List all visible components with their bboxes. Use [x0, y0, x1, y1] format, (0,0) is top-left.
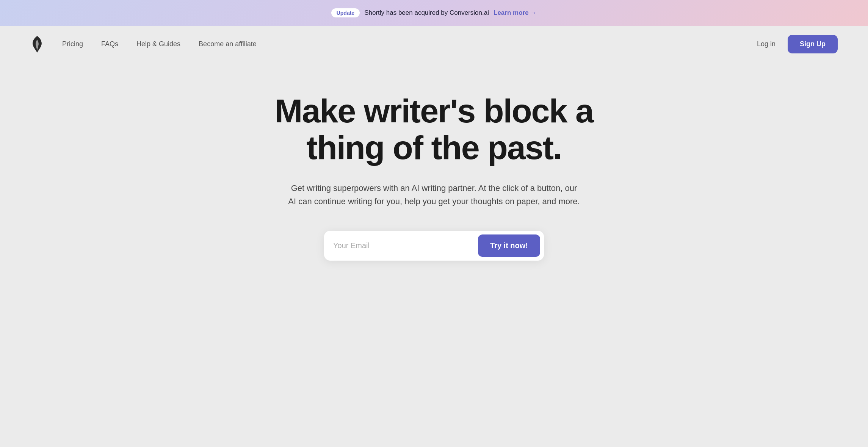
hero-subtitle: Get writing superpowers with an AI writi… [286, 181, 582, 208]
nav-right: Log in Sign Up [757, 35, 838, 53]
nav-item-faqs[interactable]: FAQs [101, 40, 118, 48]
signup-button[interactable]: Sign Up [788, 35, 838, 53]
nav-left: Pricing FAQs Help & Guides Become an aff… [30, 35, 257, 53]
try-now-button[interactable]: Try it now! [478, 234, 540, 257]
announcement-text: Shortly has been acquired by Conversion.… [364, 9, 489, 17]
announcement-bar: Update Shortly has been acquired by Conv… [0, 0, 868, 26]
cta-container: Try it now! [324, 231, 544, 261]
logo[interactable] [30, 35, 44, 53]
nav-links: Pricing FAQs Help & Guides Become an aff… [62, 40, 257, 48]
nav-item-pricing[interactable]: Pricing [62, 40, 83, 48]
hero-title: Make writer's block a thing of the past. [263, 93, 605, 166]
faqs-link[interactable]: FAQs [101, 40, 118, 48]
nav-item-affiliate[interactable]: Become an affiliate [199, 40, 257, 48]
login-link[interactable]: Log in [757, 40, 776, 48]
navbar: Pricing FAQs Help & Guides Become an aff… [0, 26, 868, 63]
email-input[interactable] [333, 241, 478, 250]
nav-item-help[interactable]: Help & Guides [136, 40, 180, 48]
logo-icon [30, 35, 44, 53]
learn-more-link[interactable]: Learn more → [494, 9, 537, 17]
update-badge: Update [331, 8, 360, 17]
hero-section: Make writer's block a thing of the past.… [0, 63, 868, 291]
help-link[interactable]: Help & Guides [136, 40, 180, 48]
affiliate-link[interactable]: Become an affiliate [199, 40, 257, 48]
pricing-link[interactable]: Pricing [62, 40, 83, 48]
